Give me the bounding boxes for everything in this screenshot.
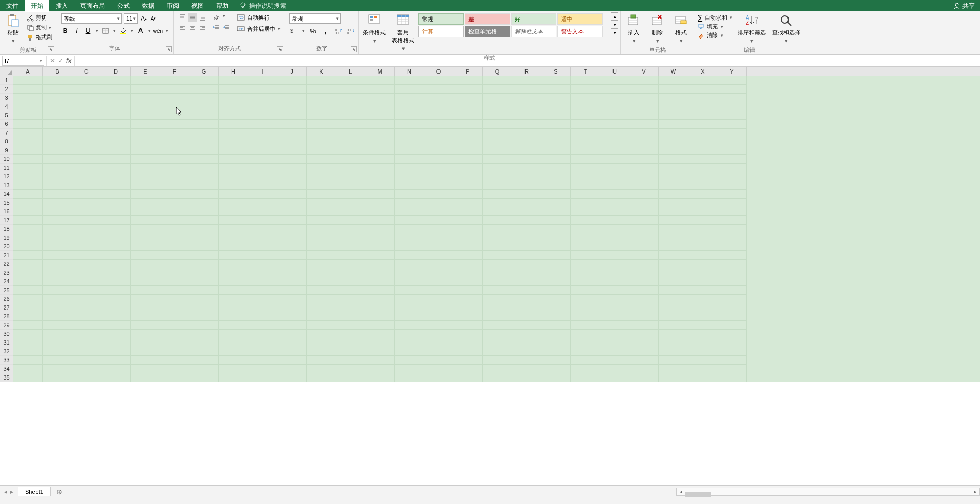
cell[interactable] bbox=[131, 312, 160, 321]
cell[interactable] bbox=[248, 330, 277, 338]
cell[interactable] bbox=[43, 164, 72, 172]
sheet-nav-prev[interactable]: ◂ bbox=[4, 488, 7, 495]
cell[interactable] bbox=[512, 233, 541, 242]
cell[interactable] bbox=[219, 129, 248, 137]
cell[interactable] bbox=[336, 277, 365, 286]
cell[interactable] bbox=[189, 303, 219, 312]
row-header[interactable]: 13 bbox=[0, 181, 13, 190]
cell[interactable] bbox=[659, 277, 688, 286]
cell[interactable] bbox=[483, 85, 512, 94]
cell[interactable] bbox=[717, 181, 747, 190]
cell[interactable] bbox=[483, 225, 512, 233]
cell[interactable] bbox=[688, 286, 717, 295]
cell[interactable] bbox=[483, 190, 512, 199]
cell[interactable] bbox=[336, 233, 365, 242]
cell[interactable] bbox=[688, 338, 717, 347]
cell[interactable] bbox=[512, 137, 541, 146]
cell[interactable] bbox=[629, 102, 659, 111]
style-normal[interactable]: 常规 bbox=[418, 13, 464, 25]
row-header[interactable]: 9 bbox=[0, 146, 13, 155]
cell[interactable] bbox=[512, 365, 541, 373]
cell[interactable] bbox=[659, 321, 688, 330]
cell[interactable] bbox=[307, 225, 336, 233]
style-check-cell[interactable]: 检查单元格 bbox=[465, 26, 510, 37]
row-header[interactable]: 27 bbox=[0, 303, 13, 312]
column-header[interactable]: N bbox=[395, 67, 424, 76]
cell[interactable] bbox=[13, 207, 43, 216]
fx-button[interactable]: fx bbox=[66, 57, 71, 64]
cell[interactable] bbox=[483, 242, 512, 251]
cell[interactable] bbox=[600, 338, 629, 347]
cell[interactable] bbox=[453, 207, 483, 216]
cell[interactable] bbox=[43, 330, 72, 338]
cell[interactable] bbox=[688, 102, 717, 111]
row-header[interactable]: 23 bbox=[0, 268, 13, 277]
cell[interactable] bbox=[101, 199, 131, 207]
cell[interactable] bbox=[395, 85, 424, 94]
cell[interactable] bbox=[512, 146, 541, 155]
cell[interactable] bbox=[453, 330, 483, 338]
column-header[interactable]: G bbox=[189, 67, 219, 76]
cell[interactable] bbox=[659, 260, 688, 268]
cell[interactable] bbox=[72, 268, 101, 277]
cell[interactable] bbox=[189, 277, 219, 286]
cell[interactable] bbox=[395, 216, 424, 225]
row-header[interactable]: 33 bbox=[0, 356, 13, 365]
cell[interactable] bbox=[131, 303, 160, 312]
cell[interactable] bbox=[424, 102, 453, 111]
row-header[interactable]: 24 bbox=[0, 277, 13, 286]
cell[interactable] bbox=[453, 277, 483, 286]
cell[interactable] bbox=[453, 338, 483, 347]
cell[interactable] bbox=[600, 85, 629, 94]
cell[interactable] bbox=[483, 295, 512, 303]
cell[interactable] bbox=[43, 146, 72, 155]
cell[interactable] bbox=[219, 373, 248, 382]
cell[interactable] bbox=[160, 233, 189, 242]
cell[interactable] bbox=[160, 295, 189, 303]
cell[interactable] bbox=[717, 102, 747, 111]
cell[interactable] bbox=[541, 303, 571, 312]
tab-home[interactable]: 开始 bbox=[25, 0, 49, 12]
column-header[interactable]: Y bbox=[717, 67, 747, 76]
cell[interactable] bbox=[659, 137, 688, 146]
cell[interactable] bbox=[307, 120, 336, 129]
cell[interactable] bbox=[629, 172, 659, 181]
cell[interactable] bbox=[629, 347, 659, 356]
cell[interactable] bbox=[629, 312, 659, 321]
cell[interactable] bbox=[541, 338, 571, 347]
cell[interactable] bbox=[453, 268, 483, 277]
cell[interactable] bbox=[395, 76, 424, 85]
cell[interactable] bbox=[571, 129, 600, 137]
column-header[interactable]: V bbox=[629, 67, 659, 76]
cell[interactable] bbox=[541, 330, 571, 338]
cell[interactable] bbox=[248, 129, 277, 137]
cell[interactable] bbox=[72, 137, 101, 146]
row-header[interactable]: 5 bbox=[0, 111, 13, 120]
cell[interactable] bbox=[336, 251, 365, 260]
cell[interactable] bbox=[424, 181, 453, 190]
cell[interactable] bbox=[277, 277, 307, 286]
cell[interactable] bbox=[600, 199, 629, 207]
sheet-nav-next[interactable]: ▸ bbox=[10, 488, 13, 495]
cell[interactable] bbox=[453, 233, 483, 242]
cell[interactable] bbox=[160, 251, 189, 260]
cell[interactable] bbox=[277, 260, 307, 268]
cell[interactable] bbox=[512, 225, 541, 233]
cell[interactable] bbox=[629, 129, 659, 137]
cell[interactable] bbox=[72, 260, 101, 268]
cell[interactable] bbox=[219, 181, 248, 190]
cell[interactable] bbox=[101, 164, 131, 172]
cell[interactable] bbox=[571, 365, 600, 373]
cell[interactable] bbox=[307, 199, 336, 207]
cell[interactable] bbox=[277, 164, 307, 172]
cell[interactable] bbox=[277, 295, 307, 303]
cell[interactable] bbox=[395, 286, 424, 295]
style-explanatory[interactable]: 解释性文本 bbox=[511, 26, 556, 37]
cell[interactable] bbox=[72, 233, 101, 242]
cell[interactable] bbox=[160, 321, 189, 330]
cell[interactable] bbox=[483, 303, 512, 312]
cell[interactable] bbox=[629, 286, 659, 295]
column-header[interactable]: B bbox=[43, 67, 72, 76]
cell[interactable] bbox=[717, 190, 747, 199]
cell[interactable] bbox=[453, 356, 483, 365]
